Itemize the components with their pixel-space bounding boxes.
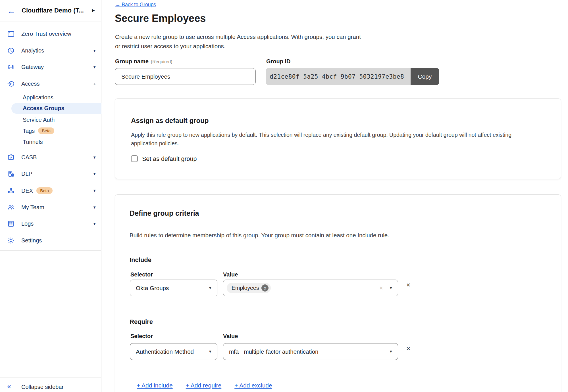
sidebar-item-tags[interactable]: TagsBeta bbox=[0, 125, 101, 136]
sidebar-item-label: Tunnels bbox=[23, 139, 43, 145]
chevron-down-icon[interactable]: ▼ bbox=[93, 188, 96, 193]
include-heading: Include bbox=[130, 256, 151, 264]
sidebar-item-casb[interactable]: CASB ▼ bbox=[0, 152, 101, 163]
sidebar-item-logs[interactable]: Logs ▼ bbox=[0, 218, 101, 230]
sidebar-item-label: Applications bbox=[23, 94, 53, 101]
page-description: Create a new rule group to use across mu… bbox=[115, 32, 361, 51]
sidebar-item-label: Analytics bbox=[21, 47, 44, 54]
group-id-label: Group ID bbox=[266, 58, 291, 65]
sidebar-item-my-team[interactable]: My Team ▼ bbox=[0, 202, 101, 213]
default-card-title: Assign as default group bbox=[131, 117, 209, 125]
window-icon bbox=[7, 30, 15, 38]
beta-badge: Beta bbox=[36, 187, 53, 194]
casb-icon bbox=[7, 154, 15, 161]
sidebar-item-zero-trust-overview[interactable]: Zero Trust overview bbox=[0, 28, 101, 40]
sidebar-item-label: Gateway bbox=[21, 64, 44, 70]
include-selector-dropdown[interactable]: Okta Groups ▼ bbox=[130, 280, 217, 296]
app-window: ← Cloudflare Demo (T... ▶ Zero Trust ove… bbox=[0, 0, 568, 392]
collapse-sidebar-button[interactable]: « Collapse sidebar bbox=[0, 381, 101, 392]
remove-include-rule-icon[interactable]: × bbox=[406, 282, 410, 288]
sidebar: ← Cloudflare Demo (T... ▶ Zero Trust ove… bbox=[0, 0, 101, 392]
sidebar-header: ← Cloudflare Demo (T... ▶ bbox=[0, 0, 101, 22]
back-to-groups-link[interactable]: ← Back to Groups bbox=[115, 2, 156, 8]
include-value-multiselect[interactable]: Employees x × ▼ bbox=[223, 280, 398, 296]
chip-label: Employees bbox=[232, 285, 259, 291]
set-default-group-label: Set as default group bbox=[142, 156, 197, 163]
sidebar-item-label: DEXBeta bbox=[21, 187, 53, 194]
sidebar-item-label: TagsBeta bbox=[23, 127, 54, 134]
sidebar-item-label: Logs bbox=[21, 221, 34, 227]
require-value-label: Value bbox=[223, 333, 238, 339]
chevron-down-icon[interactable]: ▼ bbox=[93, 222, 96, 226]
criteria-card-description: Build rules to determine membership of t… bbox=[130, 232, 389, 239]
dex-icon bbox=[7, 187, 15, 194]
sidebar-item-gateway[interactable]: Gateway ▼ bbox=[0, 62, 101, 73]
pie-chart-icon bbox=[7, 47, 15, 54]
chevron-down-icon[interactable]: ▼ bbox=[93, 205, 96, 209]
sidebar-item-service-auth[interactable]: Service Auth bbox=[0, 114, 101, 125]
sidebar-item-tunnels[interactable]: Tunnels bbox=[0, 137, 101, 147]
required-hint: (Required) bbox=[151, 59, 172, 64]
sidebar-item-dlp[interactable]: DLP ▼ bbox=[0, 168, 101, 180]
collapse-chevrons-icon: « bbox=[7, 382, 11, 391]
group-name-input[interactable] bbox=[115, 68, 256, 85]
sidebar-item-label: My Team bbox=[21, 204, 44, 211]
require-value-value: mfa - multiple-factor authentication bbox=[229, 348, 318, 355]
include-selector-value: Okta Groups bbox=[136, 285, 169, 292]
sidebar-footer-divider bbox=[0, 378, 101, 378]
require-value-dropdown[interactable]: mfa - multiple-factor authentication ▼ bbox=[223, 343, 398, 360]
main-content: ← Back to Groups Secure Employees Create… bbox=[101, 0, 568, 392]
default-group-card: Assign as default group Apply this rule … bbox=[115, 98, 561, 179]
page-description-line: or restrict user access to your applicat… bbox=[115, 41, 361, 51]
sidebar-item-access[interactable]: Access ▲ bbox=[0, 78, 101, 90]
chevron-down-icon: ▼ bbox=[208, 286, 212, 290]
sidebar-item-settings[interactable]: Settings bbox=[0, 235, 101, 246]
account-name[interactable]: Cloudflare Demo (T... bbox=[22, 7, 84, 14]
gateway-icon bbox=[7, 63, 15, 71]
employees-chip: Employees x bbox=[227, 283, 271, 293]
clear-values-icon[interactable]: × bbox=[379, 284, 383, 292]
include-selector-label: Selector bbox=[130, 271, 153, 278]
chevron-down-icon: ▼ bbox=[208, 349, 212, 354]
sidebar-item-access-groups[interactable]: Access Groups bbox=[0, 103, 101, 114]
dlp-icon bbox=[7, 170, 15, 178]
page-description-line: Create a new rule group to use across mu… bbox=[115, 32, 361, 41]
expand-account-icon[interactable]: ▶ bbox=[92, 8, 95, 12]
gear-icon bbox=[7, 237, 15, 244]
chevron-down-icon[interactable]: ▼ bbox=[93, 49, 96, 53]
sidebar-item-label: Settings bbox=[21, 237, 42, 244]
add-require-link[interactable]: + Add require bbox=[186, 382, 222, 389]
add-include-link[interactable]: + Add include bbox=[137, 382, 173, 389]
chevron-down-icon[interactable]: ▼ bbox=[93, 65, 96, 69]
default-card-description-line: application policies. bbox=[131, 139, 511, 148]
sidebar-item-label: CASB bbox=[21, 154, 37, 161]
set-default-group-checkbox[interactable] bbox=[131, 155, 138, 162]
group-id-box: d21ce80f-5a25-4bcf-9b07-5032197e3be8 bbox=[266, 68, 411, 85]
include-value-label: Value bbox=[223, 271, 238, 278]
collapse-sidebar-label: Collapse sidebar bbox=[21, 384, 64, 390]
require-selector-dropdown[interactable]: Authentication Method ▼ bbox=[130, 343, 217, 360]
chevron-down-icon[interactable]: ▼ bbox=[93, 172, 96, 176]
chip-remove-icon[interactable]: x bbox=[261, 284, 269, 292]
logs-icon bbox=[7, 220, 15, 228]
add-exclude-link[interactable]: + Add exclude bbox=[234, 382, 272, 389]
sidebar-item-analytics[interactable]: Analytics ▼ bbox=[0, 45, 101, 56]
chevron-down-icon[interactable]: ▼ bbox=[93, 155, 96, 160]
copy-button[interactable]: Copy bbox=[411, 68, 439, 85]
default-card-description: Apply this rule group to new application… bbox=[131, 131, 511, 148]
chevron-down-icon: ▼ bbox=[389, 286, 393, 290]
back-arrow-icon[interactable]: ← bbox=[7, 6, 16, 16]
remove-require-rule-icon[interactable]: × bbox=[406, 345, 410, 352]
chevron-up-icon[interactable]: ▲ bbox=[93, 82, 96, 86]
sidebar-item-label: Access Groups bbox=[23, 105, 65, 112]
sidebar-item-dex[interactable]: DEXBeta ▼ bbox=[0, 185, 101, 196]
criteria-card: Define group criteria Build rules to det… bbox=[115, 194, 561, 392]
sidebar-item-applications[interactable]: Applications bbox=[0, 92, 101, 103]
sidebar-item-label: Zero Trust overview bbox=[21, 31, 71, 37]
default-card-description-line: Apply this rule group to new application… bbox=[131, 131, 511, 139]
criteria-card-title: Define group criteria bbox=[130, 209, 199, 217]
access-icon bbox=[7, 80, 15, 88]
sidebar-item-label: Access bbox=[21, 81, 39, 87]
group-id-value: d21ce80f-5a25-4bcf-9b07-5032197e3be8 bbox=[270, 73, 404, 80]
sidebar-divider bbox=[0, 250, 101, 251]
